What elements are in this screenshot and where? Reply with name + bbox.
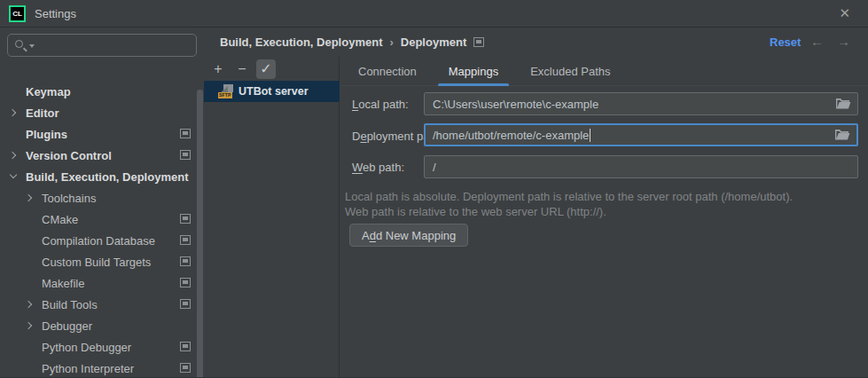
modified-settings-icon (180, 129, 191, 138)
sidebar-item-makefile[interactable]: Makefile (0, 272, 204, 294)
search-input[interactable] (7, 34, 197, 57)
sidebar-item-label: Editor (26, 106, 59, 120)
modified-settings-icon (180, 214, 191, 224)
server-toolbar: + − ✓ (204, 57, 340, 81)
sidebar-item-label: Build, Execution, Deployment (26, 170, 188, 184)
local-path-field[interactable]: C:\Users\user\remote\c-example (424, 92, 858, 115)
modified-settings-icon (180, 363, 191, 373)
sidebar-item-editor[interactable]: Editor (0, 102, 204, 123)
modified-settings-icon (180, 256, 191, 266)
tab-mappings[interactable]: Mappings (436, 57, 511, 86)
sidebar-item-build-tools[interactable]: Build Tools (0, 294, 204, 315)
close-icon[interactable]: ✕ (839, 5, 850, 21)
web-path-field[interactable]: / (424, 155, 858, 178)
sidebar-item-custom-build-targets[interactable]: Custom Build Targets (0, 251, 204, 272)
text-cursor (590, 129, 590, 142)
sidebar-item-python-debugger[interactable]: Python Debugger (0, 336, 204, 358)
search-panel (0, 28, 204, 59)
sidebar-item-compilation-database[interactable]: Compilation Database (0, 230, 204, 251)
content-header: Build, Execution, Deployment › Deploymen… (204, 28, 868, 57)
sidebar-item-python-interpreter[interactable]: Python Interpreter (0, 358, 204, 378)
local-path-label: Local path: (352, 98, 409, 111)
sidebar-item-build-execution-deployment[interactable]: Build, Execution, Deployment (0, 166, 204, 187)
sidebar-item-label: Version Control (26, 149, 112, 162)
sidebar-item-label: Build Tools (42, 298, 98, 311)
tab-connection[interactable]: Connection (346, 57, 429, 86)
server-list-panel: + − ✓ SFTP UTBot server (204, 57, 340, 378)
web-path-label: Web path: (352, 161, 404, 174)
chevron-right-icon (25, 194, 32, 201)
sidebar-item-label: Debugger (42, 319, 92, 333)
web-path-value: / (433, 161, 436, 174)
settings-sidebar: Keymap Editor Plugins Version Control Bu… (0, 28, 204, 378)
remove-server-button[interactable]: − (232, 59, 252, 79)
modified-settings-icon (180, 342, 191, 351)
sidebar-item-label: Toolchains (42, 192, 96, 205)
forward-arrow-icon[interactable]: → (837, 34, 850, 49)
sidebar-item-label: Compilation Database (42, 234, 155, 248)
sidebar-item-plugins[interactable]: Plugins (0, 123, 204, 145)
modified-settings-icon (473, 37, 484, 47)
tab-bar: Connection Mappings Excluded Paths (340, 57, 868, 86)
breadcrumb-separator: › (389, 35, 393, 49)
chevron-down-icon (10, 171, 17, 178)
modified-settings-icon (180, 278, 191, 287)
title-bar: CL Settings ✕ (0, 0, 868, 28)
tab-label: Excluded Paths (530, 65, 610, 78)
deployment-content: Connection Mappings Excluded Paths Local… (340, 57, 868, 378)
modified-settings-icon (180, 235, 191, 245)
sidebar-item-version-control[interactable]: Version Control (0, 145, 204, 166)
chevron-right-icon (25, 322, 32, 329)
reset-link[interactable]: Reset (770, 35, 801, 49)
breadcrumb: Build, Execution, Deployment › Deploymen… (220, 35, 484, 49)
chevron-right-icon (9, 109, 16, 116)
deployment-path-field[interactable]: /home/utbot/remote/c-example (424, 123, 858, 146)
use-as-default-toggle-button[interactable]: ✓ (256, 59, 276, 79)
sidebar-item-label: CMake (42, 213, 78, 226)
local-path-value: C:\Users\user\remote\c-example (433, 98, 598, 111)
settings-dialog: CL Settings ✕ Keymap Editor Plugins Vers… (0, 0, 868, 378)
breadcrumb-parent[interactable]: Build, Execution, Deployment (220, 35, 382, 49)
window-title: Settings (35, 7, 76, 20)
back-arrow-icon[interactable]: ← (810, 34, 824, 49)
browse-folder-icon[interactable] (834, 129, 850, 142)
deployment-path-value: /home/utbot/remote/c-example (433, 129, 589, 142)
tab-excluded-paths[interactable]: Excluded Paths (518, 57, 622, 86)
settings-tree: Keymap Editor Plugins Version Control Bu… (0, 28, 204, 378)
browse-folder-icon[interactable] (835, 98, 851, 111)
sidebar-item-label: Keymap (26, 85, 71, 98)
chevron-right-icon (9, 152, 16, 159)
add-new-mapping-button[interactable]: Add New Mapping (349, 224, 468, 247)
sidebar-scrollbar[interactable] (197, 90, 203, 378)
sidebar-item-debugger[interactable]: Debugger (0, 315, 204, 336)
sftp-badge: SFTP (218, 92, 232, 98)
server-name: UTBot server (239, 85, 309, 98)
tab-label: Mappings (449, 65, 498, 78)
search-icon (15, 40, 23, 48)
clion-logo-icon: CL (9, 5, 26, 22)
path-help-note-line1: Local path is absolute. Deployment path … (345, 190, 793, 203)
breadcrumb-current: Deployment (401, 35, 466, 49)
sidebar-item-label: Plugins (26, 128, 67, 141)
sftp-server-icon: SFTP (218, 84, 233, 98)
sidebar-item-label: Python Interpreter (42, 362, 134, 375)
path-help-note-line2: Web path is relative to the web server U… (345, 205, 606, 218)
sidebar-item-label: Python Debugger (42, 341, 131, 354)
server-list-item-utbot[interactable]: SFTP UTBot server (204, 81, 340, 102)
sidebar-item-label: Makefile (42, 277, 84, 290)
add-server-button[interactable]: + (208, 59, 228, 79)
modified-settings-icon (180, 150, 191, 160)
sidebar-item-cmake[interactable]: CMake (0, 209, 204, 230)
sidebar-item-keymap[interactable]: Keymap (0, 81, 204, 102)
sidebar-item-label: Custom Build Targets (42, 256, 151, 269)
chevron-right-icon (25, 301, 32, 308)
sidebar-item-toolchains[interactable]: Toolchains (0, 187, 204, 209)
tab-label: Connection (358, 65, 417, 78)
modified-settings-icon (180, 299, 191, 309)
search-options-caret-icon[interactable] (29, 44, 35, 48)
